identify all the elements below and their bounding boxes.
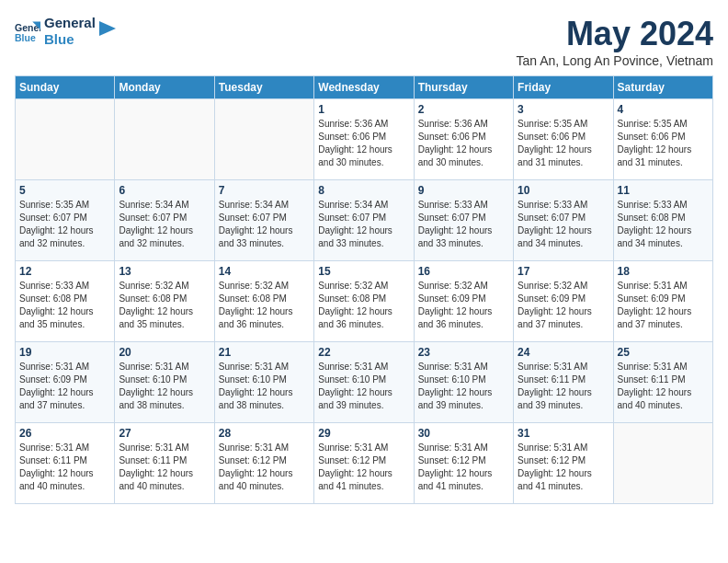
- day-number: 1: [318, 103, 409, 116]
- day-number: 11: [618, 184, 709, 197]
- day-number: 5: [19, 184, 110, 197]
- calendar-cell: 31Sunrise: 5:31 AMSunset: 6:12 PMDayligh…: [514, 423, 613, 504]
- day-number: 16: [418, 265, 509, 278]
- header-tuesday: Tuesday: [214, 76, 313, 99]
- calendar-cell: 25Sunrise: 5:31 AMSunset: 6:11 PMDayligh…: [613, 342, 712, 423]
- day-info: Sunrise: 5:34 AMSunset: 6:07 PMDaylight:…: [119, 199, 210, 250]
- calendar-cell: 7Sunrise: 5:34 AMSunset: 6:07 PMDaylight…: [214, 180, 313, 261]
- day-info: Sunrise: 5:31 AMSunset: 6:09 PMDaylight:…: [19, 361, 110, 412]
- title-block: May 2024 Tan An, Long An Povince, Vietna…: [516, 15, 713, 68]
- calendar-cell: 27Sunrise: 5:31 AMSunset: 6:11 PMDayligh…: [115, 423, 214, 504]
- location-subtitle: Tan An, Long An Povince, Vietnam: [516, 53, 713, 68]
- day-info: Sunrise: 5:31 AMSunset: 6:10 PMDaylight:…: [219, 361, 310, 412]
- day-info: Sunrise: 5:31 AMSunset: 6:10 PMDaylight:…: [318, 361, 409, 412]
- calendar-cell: 1Sunrise: 5:36 AMSunset: 6:06 PMDaylight…: [314, 99, 414, 180]
- logo-general: General: [44, 15, 96, 31]
- calendar-cell: 24Sunrise: 5:31 AMSunset: 6:11 PMDayligh…: [514, 342, 613, 423]
- calendar-cell: 26Sunrise: 5:31 AMSunset: 6:11 PMDayligh…: [16, 423, 115, 504]
- day-info: Sunrise: 5:31 AMSunset: 6:12 PMDaylight:…: [219, 442, 310, 493]
- day-number: 2: [418, 103, 509, 116]
- day-number: 18: [618, 265, 709, 278]
- header-sunday: Sunday: [16, 76, 115, 99]
- day-info: Sunrise: 5:31 AMSunset: 6:11 PMDaylight:…: [119, 442, 210, 493]
- day-info: Sunrise: 5:31 AMSunset: 6:09 PMDaylight:…: [618, 280, 709, 331]
- day-info: Sunrise: 5:33 AMSunset: 6:07 PMDaylight:…: [518, 199, 609, 250]
- day-info: Sunrise: 5:34 AMSunset: 6:07 PMDaylight:…: [318, 199, 409, 250]
- calendar-cell: [115, 99, 214, 180]
- day-number: 28: [219, 427, 310, 440]
- day-number: 26: [19, 427, 110, 440]
- day-number: 13: [119, 265, 210, 278]
- day-number: 19: [19, 346, 110, 359]
- day-info: Sunrise: 5:32 AMSunset: 6:09 PMDaylight:…: [518, 280, 609, 331]
- day-info: Sunrise: 5:33 AMSunset: 6:08 PMDaylight:…: [19, 280, 110, 331]
- calendar-cell: 14Sunrise: 5:32 AMSunset: 6:08 PMDayligh…: [214, 261, 313, 342]
- day-number: 25: [618, 346, 709, 359]
- logo-blue: Blue: [44, 31, 96, 48]
- calendar-cell: [16, 99, 115, 180]
- header-saturday: Saturday: [613, 76, 712, 99]
- day-info: Sunrise: 5:35 AMSunset: 6:06 PMDaylight:…: [618, 118, 709, 169]
- calendar-cell: 2Sunrise: 5:36 AMSunset: 6:06 PMDaylight…: [414, 99, 513, 180]
- day-info: Sunrise: 5:31 AMSunset: 6:12 PMDaylight:…: [518, 442, 609, 493]
- day-number: 30: [418, 427, 509, 440]
- day-number: 31: [518, 427, 609, 440]
- week-row-2: 5Sunrise: 5:35 AMSunset: 6:07 PMDaylight…: [16, 180, 713, 261]
- day-info: Sunrise: 5:31 AMSunset: 6:11 PMDaylight:…: [518, 361, 609, 412]
- calendar-cell: [613, 423, 712, 504]
- week-row-3: 12Sunrise: 5:33 AMSunset: 6:08 PMDayligh…: [16, 261, 713, 342]
- calendar-cell: 29Sunrise: 5:31 AMSunset: 6:12 PMDayligh…: [314, 423, 414, 504]
- day-number: 4: [618, 103, 709, 116]
- calendar-cell: 15Sunrise: 5:32 AMSunset: 6:08 PMDayligh…: [314, 261, 414, 342]
- day-info: Sunrise: 5:32 AMSunset: 6:08 PMDaylight:…: [318, 280, 409, 331]
- calendar-cell: 6Sunrise: 5:34 AMSunset: 6:07 PMDaylight…: [115, 180, 214, 261]
- day-number: 10: [518, 184, 609, 197]
- calendar-cell: 20Sunrise: 5:31 AMSunset: 6:10 PMDayligh…: [115, 342, 214, 423]
- day-number: 3: [518, 103, 609, 116]
- day-info: Sunrise: 5:32 AMSunset: 6:09 PMDaylight:…: [418, 280, 509, 331]
- calendar-cell: 4Sunrise: 5:35 AMSunset: 6:06 PMDaylight…: [613, 99, 712, 180]
- day-info: Sunrise: 5:33 AMSunset: 6:08 PMDaylight:…: [618, 199, 709, 250]
- week-row-4: 19Sunrise: 5:31 AMSunset: 6:09 PMDayligh…: [16, 342, 713, 423]
- header-thursday: Thursday: [414, 76, 513, 99]
- day-number: 6: [119, 184, 210, 197]
- day-info: Sunrise: 5:31 AMSunset: 6:11 PMDaylight:…: [19, 442, 110, 493]
- calendar-cell: 30Sunrise: 5:31 AMSunset: 6:12 PMDayligh…: [414, 423, 513, 504]
- header-wednesday: Wednesday: [314, 76, 414, 99]
- header-friday: Friday: [514, 76, 613, 99]
- calendar-cell: 17Sunrise: 5:32 AMSunset: 6:09 PMDayligh…: [514, 261, 613, 342]
- day-info: Sunrise: 5:31 AMSunset: 6:10 PMDaylight:…: [119, 361, 210, 412]
- calendar-cell: 28Sunrise: 5:31 AMSunset: 6:12 PMDayligh…: [214, 423, 313, 504]
- day-number: 23: [418, 346, 509, 359]
- logo: General Blue General Blue: [15, 15, 116, 48]
- logo-flag-icon: [99, 21, 116, 41]
- day-info: Sunrise: 5:36 AMSunset: 6:06 PMDaylight:…: [318, 118, 409, 169]
- calendar-cell: 11Sunrise: 5:33 AMSunset: 6:08 PMDayligh…: [613, 180, 712, 261]
- calendar-cell: 9Sunrise: 5:33 AMSunset: 6:07 PMDaylight…: [414, 180, 513, 261]
- day-number: 12: [19, 265, 110, 278]
- svg-text:Blue: Blue: [15, 32, 36, 43]
- day-number: 27: [119, 427, 210, 440]
- calendar-cell: 10Sunrise: 5:33 AMSunset: 6:07 PMDayligh…: [514, 180, 613, 261]
- calendar-cell: [214, 99, 313, 180]
- day-number: 21: [219, 346, 310, 359]
- calendar-cell: 13Sunrise: 5:32 AMSunset: 6:08 PMDayligh…: [115, 261, 214, 342]
- week-row-1: 1Sunrise: 5:36 AMSunset: 6:06 PMDaylight…: [16, 99, 713, 180]
- day-info: Sunrise: 5:33 AMSunset: 6:07 PMDaylight:…: [418, 199, 509, 250]
- calendar-cell: 18Sunrise: 5:31 AMSunset: 6:09 PMDayligh…: [613, 261, 712, 342]
- day-info: Sunrise: 5:31 AMSunset: 6:11 PMDaylight:…: [618, 361, 709, 412]
- month-title: May 2024: [516, 15, 713, 53]
- header-monday: Monday: [115, 76, 214, 99]
- calendar-cell: 21Sunrise: 5:31 AMSunset: 6:10 PMDayligh…: [214, 342, 313, 423]
- day-number: 17: [518, 265, 609, 278]
- calendar-cell: 16Sunrise: 5:32 AMSunset: 6:09 PMDayligh…: [414, 261, 513, 342]
- header-row: SundayMondayTuesdayWednesdayThursdayFrid…: [16, 76, 713, 99]
- calendar-cell: 8Sunrise: 5:34 AMSunset: 6:07 PMDaylight…: [314, 180, 414, 261]
- day-number: 15: [318, 265, 409, 278]
- calendar-cell: 12Sunrise: 5:33 AMSunset: 6:08 PMDayligh…: [16, 261, 115, 342]
- page-header: General Blue General Blue May 2024 Tan A…: [15, 15, 713, 68]
- day-number: 20: [119, 346, 210, 359]
- day-number: 9: [418, 184, 509, 197]
- day-info: Sunrise: 5:31 AMSunset: 6:10 PMDaylight:…: [418, 361, 509, 412]
- day-number: 29: [318, 427, 409, 440]
